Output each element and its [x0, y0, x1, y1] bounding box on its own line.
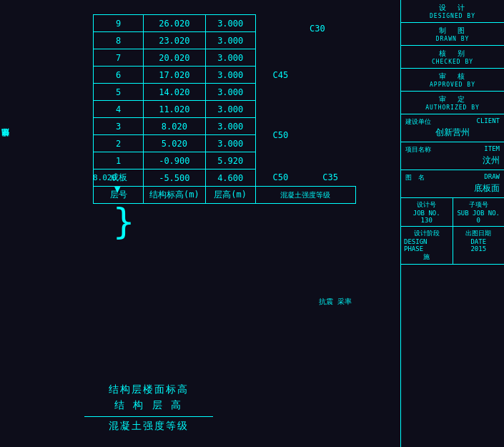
designed-by-en: DESIGNED BY [430, 13, 475, 19]
checked-by-zh: 核 别 [439, 49, 467, 59]
table-row: 8 23.020 3.000 [94, 32, 356, 49]
layer-cell: 3 [94, 118, 144, 135]
drawing-name-en: DRAW [484, 173, 500, 182]
elevation-cell: 23.020 [144, 32, 206, 49]
table-row-chengban: 成板 -5.500 4.600 C50 C35 [94, 170, 356, 187]
layer-cell: 5 [94, 84, 144, 101]
layer-cell: 6 [94, 67, 144, 84]
designed-by-zh: 设 计 [439, 3, 467, 13]
layer-cell: 8 [94, 32, 144, 49]
grade-cell-c50-right: C50 [255, 170, 305, 187]
grade-cell-c30 [255, 15, 305, 49]
elevation-cell: 11.020 [144, 101, 206, 118]
sub-job-cell: 子项号 SUB JOB NO. 0 [453, 198, 505, 226]
elevation-cell: -0.900 [144, 152, 206, 170]
elevation-cell: 20.020 [144, 49, 206, 67]
job-no-en: JOB NO. [413, 210, 440, 217]
job-no-cell: 设计号 JOB NO. 130 [401, 198, 453, 226]
bottom-underline [84, 416, 213, 417]
design-phase-row: 设计阶段 DESIGN PHASE 施 出图日期 DATE 2015 [401, 227, 504, 265]
bottom-label-3: 混凝土强度等级 [109, 420, 189, 433]
authorized-by-zh: 审 定 [439, 94, 467, 104]
bottom-label-1: 结构层楼面标高 [109, 383, 189, 396]
project-value: 汶州 [405, 154, 500, 167]
job-no-zh: 设计号 [417, 200, 436, 210]
table-row: 1 -0.900 5.920 [94, 152, 356, 170]
elevation-cell: -5.500 [144, 170, 206, 187]
design-phase-value: 施 [423, 252, 430, 262]
date-cell: 出图日期 DATE 2015 [453, 227, 505, 264]
arrow-down-icon: ▼ [114, 183, 120, 195]
date-value: 2015 [470, 245, 486, 252]
approved-by-zh: 审 核 [439, 72, 467, 82]
elevation-cell: 14.020 [144, 84, 206, 101]
grade-cell-c35: C35 [305, 170, 355, 187]
height-cell: 3.000 [205, 49, 255, 67]
client-value: 创新营州 [435, 127, 470, 139]
height-cell: 3.000 [205, 118, 255, 135]
height-cell: 4.600 [205, 170, 255, 187]
project-name-en: ITEM [484, 145, 500, 154]
design-phase-en: DESIGN PHASE [404, 238, 450, 252]
designed-by-row: 设 计 DESIGNED BY [401, 0, 504, 23]
right-panel: 设 计 DESIGNED BY 制 图 DRAWN BY 核 别 CHECKED… [400, 0, 504, 447]
approved-by-row: 审 核 APPROVED BY [401, 69, 504, 92]
bottom-labels-area: 结构层楼面标高 结 构 层 高 混凝土强度等级 [0, 383, 297, 433]
table-row: 4 11.020 3.000 C50 [94, 101, 356, 118]
date-en: DATE [470, 238, 486, 245]
elevation-cell: 26.020 [144, 15, 206, 32]
layer-cell: 2 [94, 135, 144, 152]
table-row: 5 14.020 3.000 [94, 84, 356, 101]
layer-cell: 7 [94, 49, 144, 67]
drawing-name-row: 图 名 DRAW 底板面 [401, 170, 504, 198]
layer-cell: 1 [94, 152, 144, 170]
project-name-zh: 项目名称 [405, 145, 431, 154]
height-cell: 3.000 [205, 67, 255, 84]
drawing-value: 底板面 [405, 182, 500, 195]
drawn-by-en: DRAWN BY [436, 36, 470, 42]
height-cell: 3.000 [205, 15, 255, 32]
c30-label: C30 [310, 24, 325, 34]
elevation-cell: 5.020 [144, 135, 206, 152]
elevation-mark: 8.020 [93, 173, 117, 182]
bottom-label-2: 结 构 层 高 [114, 399, 182, 412]
client-en: CLIENT [476, 117, 500, 127]
drawing-name-zh: 图 名 [405, 173, 425, 182]
header-height: 层高(m) [205, 187, 255, 204]
date-zh: 出图日期 [465, 229, 491, 238]
table-row: 7 20.020 3.000 C45 [94, 49, 356, 67]
project-name-row: 项目名称 ITEM 汶州 [401, 142, 504, 170]
header-cailv: 采率 [337, 297, 352, 307]
drawn-by-row: 制 图 DRAWN BY [401, 23, 504, 46]
header-kangzhen: 抗震 [319, 297, 333, 307]
table-row: 2 5.020 3.000 [94, 135, 356, 152]
sub-job-en: SUB JOB NO. [457, 210, 500, 217]
height-cell: 3.000 [205, 32, 255, 49]
grade-cell-c50: C50 [255, 101, 305, 170]
elevation-cell: 17.020 [144, 67, 206, 84]
height-cell: 5.920 [205, 152, 255, 170]
height-cell: 3.000 [205, 84, 255, 101]
header-grade: 混凝土强度等级 [255, 187, 355, 204]
sub-job-value: 0 [477, 217, 480, 224]
grade-cell-c45: C45 [255, 49, 305, 101]
design-phase-cell: 设计阶段 DESIGN PHASE 施 [401, 227, 453, 264]
checked-by-en: CHECKED BY [432, 59, 473, 65]
header-elevation: 结构标高(m) [144, 187, 206, 204]
elevation-cell: 8.020 [144, 118, 206, 135]
main-container: 8.020 ▼ } 底部加强部位 9 26.020 3.000 8 23.020… [0, 0, 504, 447]
bracket-icon: } [113, 204, 134, 240]
drawn-by-zh: 制 图 [439, 26, 467, 36]
layer-cell: 9 [94, 15, 144, 32]
extra-headers: 抗震 采率 [319, 297, 352, 307]
table-row: 3 8.020 3.000 [94, 118, 356, 135]
client-zh: 建设单位 [405, 117, 431, 127]
layer-cell: 4 [94, 101, 144, 118]
checked-by-row: 核 别 CHECKED BY [401, 46, 504, 69]
job-no-row: 设计号 JOB NO. 130 子项号 SUB JOB NO. 0 [401, 198, 504, 227]
height-cell: 3.000 [205, 135, 255, 152]
design-phase-zh: 设计阶段 [414, 229, 440, 238]
table-row: 6 17.020 3.000 [94, 67, 356, 84]
job-no-value: 130 [421, 217, 433, 224]
left-section: 8.020 ▼ } 底部加强部位 9 26.020 3.000 8 23.020… [0, 0, 400, 447]
